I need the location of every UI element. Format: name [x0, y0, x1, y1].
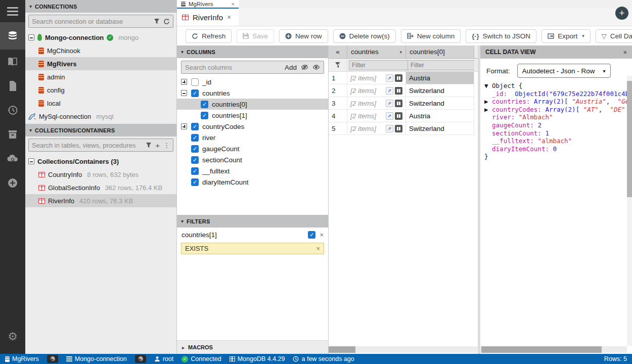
row-number[interactable]: 5: [329, 122, 347, 135]
book-icon[interactable]: [0, 50, 25, 74]
chevron-down-icon[interactable]: ▾: [399, 50, 402, 55]
collapse-expander[interactable]: [28, 34, 34, 40]
cell-countries0[interactable]: Switzerland: [406, 122, 474, 135]
new-connection-button[interactable]: +: [615, 7, 628, 20]
expand-document-icon[interactable]: [395, 100, 402, 107]
expand-icon[interactable]: [181, 123, 187, 129]
database-color-badge[interactable]: [47, 355, 58, 363]
filter-enabled-checkbox[interactable]: ✓: [308, 231, 315, 239]
column-row-countries[interactable]: ✓ countries: [177, 87, 328, 99]
columns-search-input[interactable]: [185, 64, 281, 71]
expand-document-icon[interactable]: [395, 74, 402, 82]
eye-off-icon[interactable]: [301, 64, 308, 70]
add-column-link[interactable]: Add: [285, 64, 297, 71]
save-button[interactable]: Save: [237, 29, 274, 43]
collapse-columns-button[interactable]: «: [329, 46, 347, 59]
connections-header[interactable]: ▾ CONNECTIONS: [25, 0, 176, 13]
collection-riverinfo[interactable]: RiverInfo 420 rows, 76.3 KB: [25, 194, 176, 207]
checkbox-checked[interactable]: ✓: [191, 89, 199, 97]
checkbox-checked[interactable]: ✓: [191, 178, 199, 186]
filter-icon[interactable]: [146, 142, 152, 148]
database-mgrivers[interactable]: MgRivers: [25, 57, 176, 70]
connection-color-badge[interactable]: [135, 355, 146, 363]
cell-countries[interactable]: [2 items]⇗: [347, 97, 406, 110]
statusbar-user[interactable]: root: [154, 355, 174, 362]
delete-rows-button[interactable]: Delete row(s): [333, 29, 396, 43]
row-number[interactable]: 3: [329, 97, 347, 110]
collapse-expander[interactable]: [28, 158, 34, 164]
scrollbar-thumb[interactable]: [627, 81, 632, 197]
tab-group-mgrivers[interactable]: MgRivers ×: [177, 0, 239, 9]
cell-countries0-selected[interactable]: Austria: [406, 72, 474, 84]
gear-icon[interactable]: ⚙: [0, 325, 25, 349]
database-admin[interactable]: admin: [25, 70, 176, 83]
row-number[interactable]: 4: [329, 110, 347, 122]
open-in-new-icon[interactable]: ⇗: [386, 112, 393, 120]
collection-countryinfo[interactable]: CountryInfo 8 rows, 632 bytes: [25, 168, 176, 181]
open-in-new-icon[interactable]: ⇗: [386, 100, 393, 107]
cell-countries[interactable]: [2 items]⇗: [347, 122, 406, 135]
checkbox-checked[interactable]: ✓: [191, 156, 199, 164]
cell-countries0[interactable]: Switzerland: [406, 84, 474, 97]
cell-countries0[interactable]: Austria: [406, 110, 474, 122]
column-row-river[interactable]: ✓ river: [177, 132, 328, 143]
database-local[interactable]: local: [25, 97, 176, 110]
cloud-search-icon[interactable]: [0, 147, 25, 171]
filter-off-icon[interactable]: [335, 62, 341, 68]
format-select[interactable]: Autodetect - Json - Row ▾: [517, 64, 611, 78]
clear-filter-icon[interactable]: ×: [316, 245, 320, 252]
column-row-gaugecount[interactable]: ✓ gaugeCount: [177, 143, 328, 154]
scrollbar-thumb[interactable]: [329, 346, 355, 353]
cell-data-button[interactable]: ▽ Cell Data: [596, 29, 632, 43]
close-icon[interactable]: ×: [623, 49, 627, 56]
checkbox-checked[interactable]: ✓: [201, 101, 208, 108]
collections-root[interactable]: Collections/Containers (3): [25, 155, 176, 168]
collections-search-input[interactable]: [32, 142, 142, 149]
grid-column-countries[interactable]: countries ▾: [347, 46, 406, 59]
expand-document-icon[interactable]: [395, 87, 402, 95]
switch-to-json-button[interactable]: {·} Switch to JSON: [466, 29, 536, 43]
json-tree-view[interactable]: ▼ Object { _id: ObjectId("679c75e222b74f…: [480, 81, 632, 354]
tab-riverinfo[interactable]: RiverInfo ×: [177, 9, 239, 26]
grid-column-countries0[interactable]: countries[0]: [406, 46, 474, 59]
checkbox-checked[interactable]: ✓: [191, 145, 199, 153]
archive-icon[interactable]: [0, 122, 25, 147]
database-mgchinook[interactable]: MgChinook: [25, 44, 176, 57]
refresh-button[interactable]: Refresh: [186, 29, 232, 43]
close-icon[interactable]: ×: [227, 13, 231, 21]
expand-document-icon[interactable]: [395, 112, 402, 120]
new-column-button[interactable]: New column: [401, 29, 461, 43]
expand-document-icon[interactable]: [395, 125, 402, 132]
menu-icon[interactable]: [0, 0, 25, 22]
column-row-countries0[interactable]: ✓ countries[0]: [177, 99, 328, 110]
database-config[interactable]: config: [25, 83, 176, 97]
checkbox-unchecked[interactable]: [191, 78, 199, 86]
kebab-menu-icon[interactable]: ⋮: [163, 142, 170, 149]
cell-countries[interactable]: [2 items]⇗: [347, 84, 406, 97]
filter-input-countries0[interactable]: [411, 62, 478, 69]
collections-header[interactable]: ▾ COLLECTIONS/CONTAINERS: [25, 124, 176, 136]
file-icon[interactable]: [0, 74, 25, 98]
filter-condition-input[interactable]: EXISTS ×: [181, 243, 324, 254]
expand-icon[interactable]: [181, 79, 187, 85]
open-in-new-icon[interactable]: ⇗: [386, 87, 393, 95]
collapse-icon[interactable]: [181, 90, 187, 96]
macros-header[interactable]: ▸ MACROS: [177, 340, 328, 354]
scrollbar-thumb[interactable]: [481, 346, 602, 353]
columns-header[interactable]: ▾ COLUMNS: [177, 46, 328, 58]
row-number[interactable]: 1: [329, 72, 347, 84]
checkbox-checked[interactable]: ✓: [191, 123, 199, 130]
row-number[interactable]: 2: [329, 84, 347, 97]
column-row-fulltext[interactable]: ✓ __fulltext: [177, 165, 328, 176]
close-icon[interactable]: ×: [232, 1, 235, 7]
open-in-new-icon[interactable]: ⇗: [386, 125, 393, 132]
cell-countries[interactable]: [2 items]⇗: [347, 110, 406, 122]
new-row-button[interactable]: New row: [279, 29, 328, 43]
cell-countries[interactable]: [2 items]⇗: [347, 72, 406, 84]
remove-filter-icon[interactable]: ×: [320, 231, 324, 239]
statusbar-database[interactable]: MgRivers: [5, 355, 39, 362]
collection-globalsectioninfo[interactable]: GlobalSectionInfo 362 rows, 176.4 KB: [25, 181, 176, 194]
open-in-new-icon[interactable]: ⇗: [386, 74, 393, 82]
checkbox-checked[interactable]: ✓: [191, 167, 199, 175]
checkbox-checked[interactable]: ✓: [201, 112, 208, 119]
